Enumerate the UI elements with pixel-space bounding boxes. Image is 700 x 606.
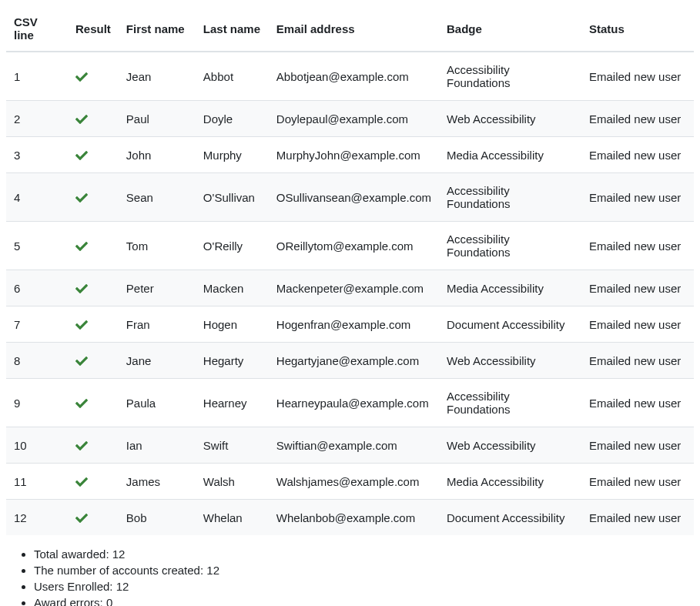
check-icon [75, 192, 88, 204]
cell-badge: Media Accessibility [439, 137, 581, 173]
summary-value: 12 [116, 580, 129, 593]
cell-result [68, 101, 119, 137]
cell-status: Emailed new user [581, 137, 694, 173]
check-icon [75, 113, 88, 126]
cell-last-name: Hearney [196, 379, 269, 427]
summary-label: Total awarded: [34, 547, 112, 561]
cell-result [68, 500, 119, 536]
cell-first-name: Tom [119, 222, 196, 270]
cell-first-name: James [119, 464, 196, 500]
cell-csv-line: 2 [6, 101, 68, 137]
table-row: 2PaulDoyleDoylepaul@example.comWeb Acces… [6, 101, 694, 137]
cell-csv-line: 5 [6, 222, 68, 270]
cell-result [68, 173, 119, 222]
cell-last-name: Macken [196, 270, 269, 306]
table-row: 10IanSwiftSwiftian@example.comWeb Access… [6, 427, 694, 464]
col-csv-line: CSV line [6, 6, 68, 52]
cell-last-name: O'Sullivan [196, 173, 269, 222]
col-status: Status [581, 6, 694, 52]
cell-last-name: Murphy [196, 137, 269, 173]
cell-badge: Accessibility Foundations [439, 379, 581, 427]
table-row: 4SeanO'SullivanOSullivansean@example.com… [6, 173, 694, 222]
cell-csv-line: 8 [6, 343, 68, 379]
cell-first-name: Paul [119, 101, 196, 137]
summary-label: Users Enrolled: [34, 580, 116, 593]
summary-accounts-created: The number of accounts created: 12 [34, 564, 694, 577]
table-row: 12BobWhelanWhelanbob@example.comDocument… [6, 500, 694, 536]
table-row: 9PaulaHearneyHearneypaula@example.comAcc… [6, 379, 694, 427]
cell-email: Abbotjean@example.com [269, 52, 439, 101]
cell-result [68, 52, 119, 101]
summary-label: Award errors: [34, 596, 106, 606]
cell-first-name: Paula [119, 379, 196, 427]
check-icon [75, 397, 88, 410]
cell-status: Emailed new user [581, 270, 694, 306]
cell-last-name: Walsh [196, 464, 269, 500]
cell-status: Emailed new user [581, 52, 694, 101]
summary-users-enrolled: Users Enrolled: 12 [34, 580, 694, 593]
cell-first-name: Jean [119, 52, 196, 101]
cell-last-name: O'Reilly [196, 222, 269, 270]
cell-status: Emailed new user [581, 427, 694, 464]
cell-first-name: Fran [119, 306, 196, 343]
cell-csv-line: 9 [6, 379, 68, 427]
check-icon [75, 440, 88, 452]
cell-status: Emailed new user [581, 379, 694, 427]
cell-result [68, 427, 119, 464]
cell-email: Hegartyjane@example.com [269, 343, 439, 379]
cell-csv-line: 11 [6, 464, 68, 500]
cell-result [68, 306, 119, 343]
cell-csv-line: 6 [6, 270, 68, 306]
cell-first-name: Sean [119, 173, 196, 222]
cell-result [68, 464, 119, 500]
cell-status: Emailed new user [581, 222, 694, 270]
cell-last-name: Hegarty [196, 343, 269, 379]
table-row: 8JaneHegartyHegartyjane@example.comWeb A… [6, 343, 694, 379]
cell-status: Emailed new user [581, 343, 694, 379]
cell-badge: Media Accessibility [439, 270, 581, 306]
cell-status: Emailed new user [581, 173, 694, 222]
cell-result [68, 343, 119, 379]
cell-csv-line: 4 [6, 173, 68, 222]
cell-result [68, 222, 119, 270]
cell-badge: Accessibility Foundations [439, 222, 581, 270]
table-row: 1JeanAbbotAbbotjean@example.comAccessibi… [6, 52, 694, 101]
cell-last-name: Swift [196, 427, 269, 464]
summary-value: 12 [112, 547, 126, 561]
table-row: 7FranHogenHogenfran@example.comDocument … [6, 306, 694, 343]
cell-csv-line: 3 [6, 137, 68, 173]
summary-value: 12 [206, 564, 219, 577]
summary-award-errors: Award errors: 0 [34, 596, 694, 606]
col-last-name: Last name [196, 6, 269, 52]
check-icon [75, 512, 88, 524]
table-row: 6PeterMackenMackenpeter@example.comMedia… [6, 270, 694, 306]
cell-csv-line: 12 [6, 500, 68, 536]
cell-badge: Web Accessibility [439, 343, 581, 379]
check-icon [75, 319, 88, 331]
cell-first-name: Ian [119, 427, 196, 464]
cell-email: OReillytom@example.com [269, 222, 439, 270]
cell-email: Walshjames@example.com [269, 464, 439, 500]
cell-email: Hearneypaula@example.com [269, 379, 439, 427]
cell-email: Doylepaul@example.com [269, 101, 439, 137]
table-row: 5TomO'ReillyOReillytom@example.comAccess… [6, 222, 694, 270]
cell-last-name: Whelan [196, 500, 269, 536]
summary-list: Total awarded: 12 The number of accounts… [34, 547, 694, 606]
cell-email: Swiftian@example.com [269, 427, 439, 464]
check-icon [75, 355, 88, 367]
cell-first-name: John [119, 137, 196, 173]
summary-value: 0 [106, 596, 112, 606]
cell-status: Emailed new user [581, 306, 694, 343]
cell-email: Hogenfran@example.com [269, 306, 439, 343]
cell-csv-line: 1 [6, 52, 68, 101]
cell-csv-line: 10 [6, 427, 68, 464]
table-row: 3JohnMurphyMurphyJohn@example.comMedia A… [6, 137, 694, 173]
cell-email: Whelanbob@example.com [269, 500, 439, 536]
cell-badge: Accessibility Foundations [439, 52, 581, 101]
cell-email: Mackenpeter@example.com [269, 270, 439, 306]
cell-first-name: Jane [119, 343, 196, 379]
cell-result [68, 379, 119, 427]
check-icon [75, 476, 88, 488]
cell-badge: Media Accessibility [439, 464, 581, 500]
summary-total-awarded: Total awarded: 12 [34, 547, 694, 561]
